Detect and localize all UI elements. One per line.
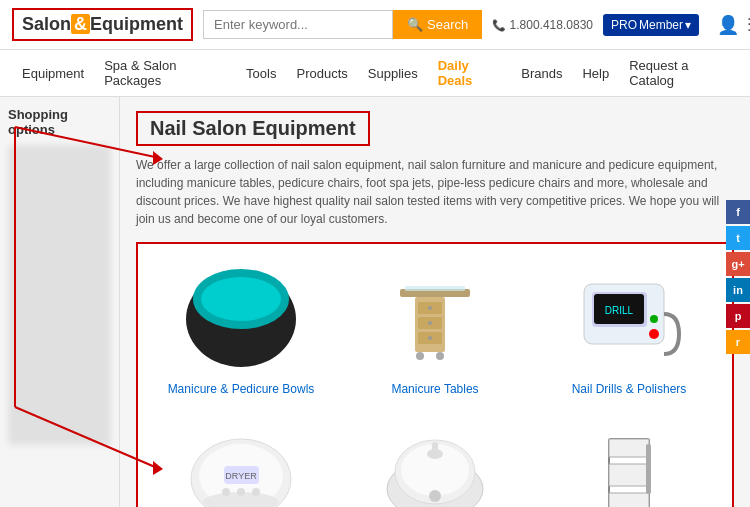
product-image-bowl	[176, 264, 306, 374]
svg-rect-40	[609, 439, 649, 457]
svg-rect-41	[609, 464, 649, 486]
svg-point-38	[429, 490, 441, 502]
product-card-cart[interactable]: Nail Salon Carts & Trolleys	[536, 414, 722, 507]
svg-point-7	[201, 277, 281, 321]
nav-help[interactable]: Help	[572, 58, 619, 89]
pro-member-button[interactable]: PRO Member ▾	[603, 14, 699, 36]
twitter-button[interactable]: t	[726, 226, 750, 250]
header-icons: 👤 ☰ 🛒	[717, 14, 750, 36]
product-name-bowl[interactable]: Manicure & Pedicure Bowls	[168, 382, 315, 396]
product-image-aroma	[370, 424, 500, 507]
search-button-label: Search	[427, 17, 468, 32]
product-card-dryer[interactable]: DRYER Nail Dryers	[148, 414, 334, 507]
nav-request-catalog[interactable]: Request a Catalog	[619, 50, 738, 96]
svg-point-15	[428, 321, 432, 325]
svg-rect-45	[646, 444, 651, 494]
product-grid-wrapper: Manicure & Pedicure Bowls	[136, 242, 734, 507]
svg-text:DRILL: DRILL	[605, 305, 634, 316]
nav-brands[interactable]: Brands	[511, 58, 572, 89]
product-image-dryer: DRYER	[176, 424, 306, 507]
logo-equipment: Equipment	[90, 14, 183, 34]
svg-point-31	[237, 488, 245, 496]
svg-point-32	[252, 488, 260, 496]
product-name-drill[interactable]: Nail Drills & Polishers	[572, 382, 687, 396]
product-card-drill[interactable]: DRILL Nail Drills & Polishers	[536, 254, 722, 406]
page-title: Nail Salon Equipment	[136, 111, 370, 146]
rss-button[interactable]: r	[726, 330, 750, 354]
googleplus-button[interactable]: g+	[726, 252, 750, 276]
sidebar-content	[8, 145, 111, 445]
logo-salon: Salon	[22, 14, 71, 34]
svg-text:DRYER: DRYER	[225, 471, 257, 481]
header: Salon&Equipment 🔍 Search 1.800.418.0830 …	[0, 0, 750, 50]
product-image-drill: DRILL	[564, 264, 694, 374]
search-button[interactable]: 🔍 Search	[393, 10, 482, 39]
svg-point-16	[428, 336, 432, 340]
product-name-table[interactable]: Manicure Tables	[391, 382, 478, 396]
product-image-cart	[564, 424, 694, 507]
logo[interactable]: Salon&Equipment	[12, 8, 193, 41]
svg-point-14	[428, 306, 432, 310]
main-nav: Equipment Spa & Salon Packages Tools Pro…	[0, 50, 750, 97]
nav-supplies[interactable]: Supplies	[358, 58, 428, 89]
svg-point-30	[222, 488, 230, 496]
svg-rect-37	[432, 442, 438, 456]
pro-label: PRO	[611, 18, 637, 32]
svg-point-18	[436, 352, 444, 360]
nav-daily-deals[interactable]: Daily Deals	[428, 50, 512, 96]
main-layout: Shopping options Nail Salon Equipment We…	[0, 97, 750, 507]
product-image-table	[370, 264, 500, 374]
svg-point-17	[416, 352, 424, 360]
social-bar: f t g+ in p r	[726, 200, 750, 354]
facebook-button[interactable]: f	[726, 200, 750, 224]
linkedin-button[interactable]: in	[726, 278, 750, 302]
phone-number: 1.800.418.0830	[492, 18, 593, 32]
sidebar: Shopping options	[0, 97, 120, 507]
svg-point-24	[650, 315, 658, 323]
search-input[interactable]	[203, 10, 393, 39]
svg-point-23	[649, 329, 659, 339]
product-card-table[interactable]: Manicure Tables	[342, 254, 528, 406]
nav-equipment[interactable]: Equipment	[12, 58, 94, 89]
pinterest-button[interactable]: p	[726, 304, 750, 328]
svg-rect-9	[405, 286, 465, 291]
product-card-aroma[interactable]: Nail Salon Aromatherapy	[342, 414, 528, 507]
chevron-down-icon: ▾	[685, 18, 691, 32]
svg-rect-42	[609, 493, 649, 507]
search-icon: 🔍	[407, 17, 423, 32]
product-grid: Manicure & Pedicure Bowls	[148, 254, 722, 507]
product-card-bowl[interactable]: Manicure & Pedicure Bowls	[148, 254, 334, 406]
nav-spa-salon[interactable]: Spa & Salon Packages	[94, 50, 236, 96]
main-content: Nail Salon Equipment We offer a large co…	[120, 97, 750, 507]
search-bar: 🔍 Search	[203, 10, 482, 39]
logo-ampersand: &	[71, 14, 90, 34]
nav-tools[interactable]: Tools	[236, 58, 286, 89]
sidebar-title: Shopping options	[8, 107, 111, 137]
nav-products[interactable]: Products	[286, 58, 357, 89]
account-icon[interactable]: 👤	[717, 14, 739, 36]
page-description: We offer a large collection of nail salo…	[136, 156, 734, 228]
member-label: Member	[639, 18, 683, 32]
